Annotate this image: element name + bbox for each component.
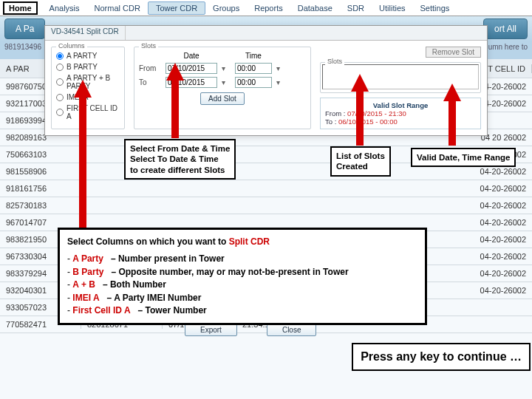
callout-datetime: Select From Date & Time Select To Date &… [124, 139, 236, 180]
menu-bar: Home Analysis Normal CDR Tower CDR Group… [0, 0, 532, 16]
slots-legend: Slots [139, 42, 158, 50]
callout-list: List of Slots Created [330, 146, 391, 177]
close-button[interactable]: Close [267, 324, 317, 336]
arrow-icon [351, 74, 369, 92]
menu-item-sdr[interactable]: SDR [340, 2, 372, 14]
spinner-icon[interactable]: ▾ [222, 78, 231, 86]
radio-a-party[interactable]: A PARTY [56, 52, 120, 60]
split-cdr-dialog: VD-34541 Split CDR Columns A PARTY B PAR… [44, 25, 488, 136]
from-label: From [139, 64, 161, 72]
ribbon-button-export-all[interactable]: ort All [483, 18, 528, 39]
remove-slot-button[interactable]: Remove Slot [426, 47, 481, 58]
arrow-icon [443, 83, 461, 101]
menu-item-utilities[interactable]: Utilities [372, 2, 412, 14]
explanation-item: - A Party – Number present in Tower [67, 253, 417, 265]
menu-item-tower-cdr[interactable]: Tower CDR [148, 1, 205, 15]
radio-b-party[interactable]: B PARTY [56, 63, 120, 71]
radio-first-cell[interactable]: FIRST CELL ID A [56, 104, 120, 120]
spinner-icon[interactable]: ▾ [276, 64, 285, 72]
subhead-left: 981913496 [4, 43, 41, 56]
explanation-box: Select Columns on which you want to Spli… [58, 228, 427, 325]
menu-item-reports[interactable]: Reports [247, 2, 290, 14]
dialog-tabs: VD-34541 Split CDR [45, 26, 487, 41]
add-slot-button[interactable]: Add Slot [200, 92, 245, 105]
callout-line: Valid Date, Time Range [417, 153, 510, 162]
dialog-tab-title[interactable]: VD-34541 Split CDR [45, 26, 126, 40]
explanation-title: Select Columns on which you want to Spli… [67, 236, 417, 248]
explanation-item: - B Party – Opposite number, may or may … [67, 266, 417, 279]
valid-range-box: Valid Slot Range From : 07/10/2015 - 21:… [320, 98, 481, 129]
callout-line: Created [336, 161, 385, 171]
export-button[interactable]: Export [185, 324, 237, 336]
menu-home[interactable]: Home [3, 1, 38, 15]
callout-line: to create different Slots [130, 165, 230, 175]
arrow-stem [79, 96, 86, 236]
menu-item-settings[interactable]: Settings [413, 2, 457, 14]
spinner-icon[interactable]: ▾ [222, 64, 231, 72]
explanation-item: - A + B – Both Number [67, 279, 417, 291]
arrow-icon [74, 80, 92, 98]
valid-to-value: 06/10/2015 - 00:00 [338, 117, 398, 126]
callout-line: Select To Date & Time [130, 154, 230, 164]
arrow-stem [356, 90, 364, 146]
menu-item-analysis[interactable]: Analysis [42, 2, 87, 14]
explanation-item: - First Cell ID A – Tower Number [67, 304, 417, 317]
valid-from-label: From : [325, 109, 345, 117]
to-label: To [139, 78, 161, 86]
subhead-right: umn here to [488, 43, 528, 56]
valid-to-label: To : [325, 117, 336, 126]
from-time-input[interactable] [235, 63, 272, 74]
callout-line: Select From Date & Time [130, 143, 230, 154]
explanation-item: - IMEI A – A Party IMEI Number [67, 292, 417, 304]
spinner-icon[interactable]: ▾ [276, 78, 285, 86]
callout-valid-range: Valid Date, Time Range [411, 148, 516, 167]
arrow-icon [166, 63, 184, 81]
slots-list-legend: Slots [325, 58, 344, 65]
arrow-stem [449, 100, 456, 146]
date-header: Date [166, 52, 217, 60]
columns-legend: Columns [56, 42, 87, 50]
slots-group: Slots Date Time From ▾ ▾ To ▾ ▾ [134, 47, 311, 129]
time-header: Time [235, 52, 272, 60]
callout-line: List of Slots [336, 151, 385, 161]
to-time-input[interactable] [235, 77, 272, 88]
press-key-prompt: Press any key to continue … [352, 343, 531, 371]
dialog-buttons: Export Close [185, 324, 316, 336]
menu-item-normal-cdr[interactable]: Normal CDR [87, 2, 148, 14]
ribbon-button-left[interactable]: A Pa [4, 18, 45, 39]
arrow-stem [171, 79, 179, 138]
menu-item-database[interactable]: Database [290, 2, 340, 14]
menu-item-groups[interactable]: Groups [205, 2, 247, 14]
